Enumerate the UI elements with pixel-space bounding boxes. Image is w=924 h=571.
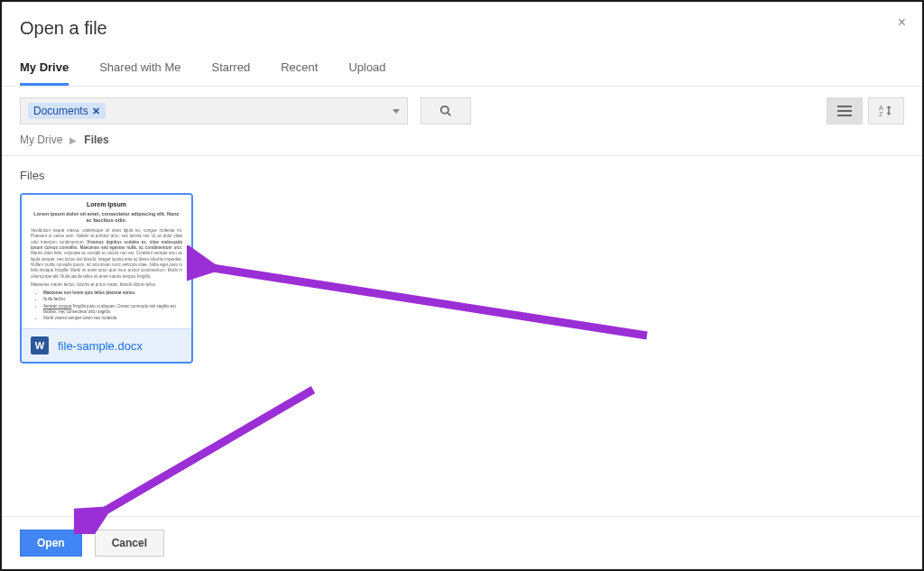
- dialog-title: Open a file: [20, 18, 904, 39]
- preview-title: Lorem Ipsum: [31, 200, 182, 209]
- svg-point-0: [441, 106, 448, 114]
- file-preview-thumbnail: Lorem Ipsum Lorem ipsum dolor sit amet, …: [22, 195, 191, 328]
- filter-dropdown[interactable]: Documents ✕: [20, 97, 408, 124]
- tab-shared-with-me[interactable]: Shared with Me: [99, 60, 180, 86]
- section-files-label: Files: [2, 156, 922, 188]
- sort-az-icon: A Z: [879, 105, 893, 117]
- chevron-down-icon: [393, 109, 400, 114]
- search-icon: [439, 105, 452, 117]
- file-card[interactable]: Lorem Ipsum Lorem ipsum dolor sit amet, …: [20, 193, 193, 364]
- svg-rect-2: [837, 106, 852, 107]
- tab-my-drive[interactable]: My Drive: [20, 60, 69, 86]
- filter-chip-remove-icon[interactable]: ✕: [92, 106, 100, 117]
- svg-line-11: [99, 390, 313, 514]
- breadcrumb-current: Files: [84, 134, 108, 146]
- list-view-button[interactable]: [827, 97, 863, 124]
- cancel-button[interactable]: Cancel: [95, 530, 164, 557]
- filter-chip-documents[interactable]: Documents ✕: [28, 103, 106, 119]
- preview-subtitle: Lorem ipsum dolor sit amet, consectetur …: [31, 211, 182, 225]
- svg-rect-3: [837, 110, 852, 112]
- file-name-label: file-sample.docx: [58, 339, 143, 353]
- svg-rect-4: [837, 115, 852, 116]
- close-icon[interactable]: ×: [898, 14, 906, 31]
- open-button[interactable]: Open: [20, 530, 82, 557]
- svg-text:A: A: [879, 105, 883, 111]
- breadcrumb-root[interactable]: My Drive: [20, 134, 62, 146]
- breadcrumb: My Drive ▶ Files: [2, 132, 922, 156]
- svg-line-1: [448, 113, 451, 116]
- filter-chip-label: Documents: [33, 105, 88, 117]
- svg-marker-9: [887, 113, 892, 115]
- annotation-arrow-to-open: [74, 381, 327, 534]
- tab-upload[interactable]: Upload: [348, 60, 385, 86]
- list-view-icon: [837, 106, 852, 116]
- tab-recent[interactable]: Recent: [281, 60, 318, 86]
- tab-starred[interactable]: Starred: [212, 60, 251, 86]
- word-doc-icon: W: [31, 336, 49, 355]
- sort-button[interactable]: A Z: [868, 97, 904, 124]
- chevron-right-icon: ▶: [69, 135, 77, 145]
- svg-marker-8: [887, 106, 892, 108]
- search-button[interactable]: [420, 97, 471, 124]
- tab-bar: My Drive Shared with Me Starred Recent U…: [2, 50, 922, 87]
- svg-text:Z: Z: [879, 111, 883, 117]
